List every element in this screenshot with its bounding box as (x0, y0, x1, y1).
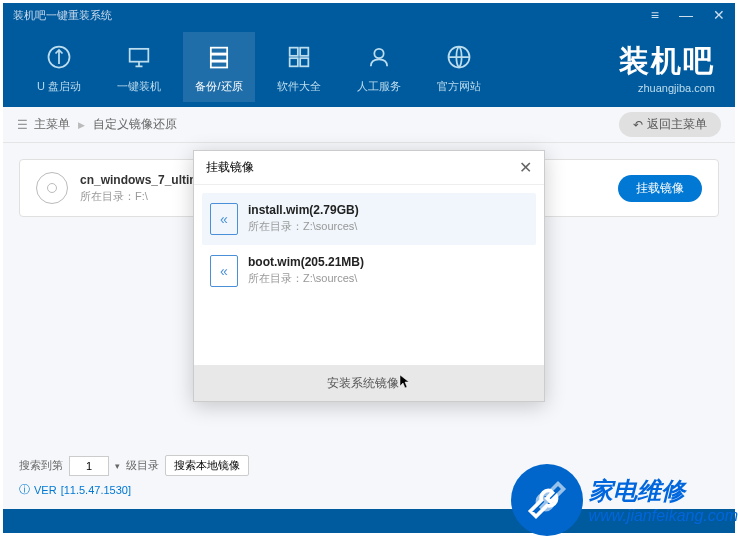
close-button[interactable]: ✕ (713, 7, 725, 23)
minimize-button[interactable]: — (679, 7, 693, 23)
wim-path: 所在目录：Z:\sources\ (248, 219, 359, 234)
modal-close-button[interactable]: ✕ (519, 158, 532, 177)
nav-usb-boot[interactable]: U 盘启动 (23, 32, 95, 102)
dropdown-icon[interactable]: ▾ (115, 461, 120, 471)
undo-icon: ↶ (633, 118, 643, 132)
svg-rect-3 (211, 54, 227, 60)
install-system-button[interactable]: 安装系统镜像 (194, 365, 544, 401)
search-local-button[interactable]: 搜索本地镜像 (165, 455, 249, 476)
file-icon (210, 255, 238, 287)
grid-icon (283, 41, 315, 73)
nav-backup-restore[interactable]: 备份/还原 (183, 32, 255, 102)
svg-rect-4 (211, 61, 227, 67)
file-icon (210, 203, 238, 235)
brand-url: zhuangjiba.com (619, 82, 715, 94)
return-main-button[interactable]: ↶ 返回主菜单 (619, 112, 721, 137)
svg-rect-8 (300, 58, 308, 66)
svg-point-9 (374, 48, 383, 57)
crumb-root[interactable]: 主菜单 (34, 116, 70, 133)
svg-rect-2 (211, 47, 227, 53)
breadcrumb: ☰ 主菜单 ▶ 自定义镜像还原 ↶ 返回主菜单 (3, 107, 735, 143)
search-suffix: 级目录 (126, 458, 159, 473)
list-icon: ☰ (17, 118, 28, 132)
cursor-icon (399, 374, 411, 393)
window-title: 装机吧一键重装系统 (13, 8, 112, 23)
brand: 装机吧 zhuangjiba.com (619, 41, 715, 94)
wim-item-install[interactable]: install.wim(2.79GB) 所在目录：Z:\sources\ (202, 193, 536, 245)
version-info[interactable]: ⓘ VER[11.5.47.1530] (19, 482, 719, 497)
brand-logo: 装机吧 (619, 41, 715, 82)
usb-icon (43, 41, 75, 73)
svg-rect-7 (290, 58, 298, 66)
svg-rect-5 (290, 47, 298, 55)
wim-name: install.wim(2.79GB) (248, 203, 359, 217)
wim-name: boot.wim(205.21MB) (248, 255, 364, 269)
nav-support[interactable]: 人工服务 (343, 32, 415, 102)
modal-title: 挂载镜像 (206, 159, 254, 176)
monitor-icon (123, 41, 155, 73)
mount-image-button[interactable]: 挂载镜像 (618, 175, 702, 202)
headset-icon (363, 41, 395, 73)
svg-rect-6 (300, 47, 308, 55)
wim-path: 所在目录：Z:\sources\ (248, 271, 364, 286)
chevron-right-icon: ▶ (78, 120, 85, 130)
disc-icon (36, 172, 68, 204)
server-icon (203, 41, 235, 73)
nav-one-click[interactable]: 一键装机 (103, 32, 175, 102)
search-prefix: 搜索到第 (19, 458, 63, 473)
main-nav: U 盘启动 一键装机 备份/还原 软件大全 人工服务 官方网站 装机吧 zhua… (3, 27, 735, 107)
wim-item-boot[interactable]: boot.wim(205.21MB) 所在目录：Z:\sources\ (202, 245, 536, 297)
mount-image-modal: 挂载镜像 ✕ install.wim(2.79GB) 所在目录：Z:\sourc… (193, 150, 545, 402)
search-level-input[interactable] (69, 456, 109, 476)
globe-icon (443, 41, 475, 73)
info-icon: ⓘ (19, 482, 30, 497)
titlebar: 装机吧一键重装系统 ≡ — ✕ (3, 3, 735, 27)
svg-rect-1 (130, 48, 149, 61)
nav-software[interactable]: 软件大全 (263, 32, 335, 102)
menu-button[interactable]: ≡ (651, 7, 659, 23)
nav-website[interactable]: 官方网站 (423, 32, 495, 102)
footer: 搜索到第 ▾ 级目录 搜索本地镜像 ⓘ VER[11.5.47.1530] (3, 449, 735, 509)
crumb-current: 自定义镜像还原 (93, 116, 177, 133)
